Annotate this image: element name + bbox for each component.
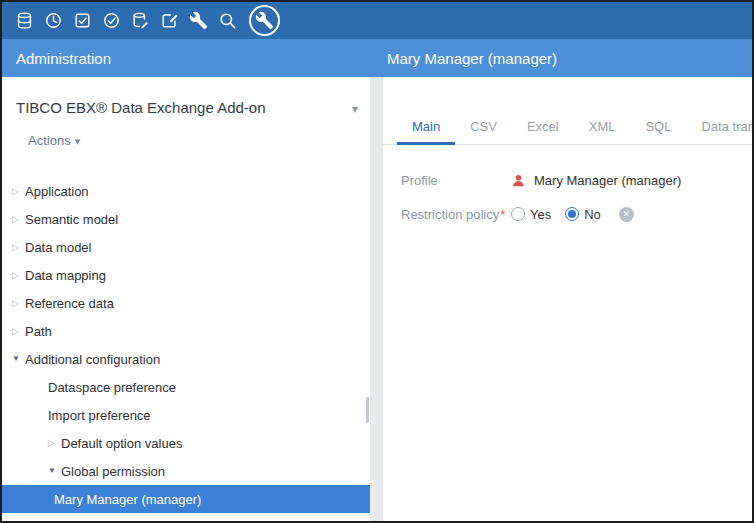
app-window: Administration Mary Manager (manager) TI… — [0, 0, 754, 523]
profile-row: Profile Mary Manager (manager) — [401, 167, 734, 193]
caret-collapsed-icon[interactable]: ▷ — [12, 299, 25, 308]
tree-item-reference-data[interactable]: ▷Reference data — [2, 289, 370, 317]
profile-value-group: Mary Manager (manager) — [511, 173, 681, 188]
tree-item-label: Dataspace preference — [48, 380, 176, 395]
tab-bar: MainCSVExcelXMLSQLData transfer — [383, 110, 752, 145]
tree-item-label: Additional configuration — [25, 352, 160, 367]
tab-data-transfer[interactable]: Data transfer — [686, 110, 754, 145]
left-panel: TIBCO EBX® Data Exchange Add-on Actions … — [2, 77, 370, 521]
administration-icon[interactable] — [249, 5, 280, 36]
restriction-policy-row: Restriction policy* YesNo — [401, 201, 734, 227]
actions-row: Actions — [2, 133, 370, 151]
chevron-down-icon — [71, 133, 81, 148]
panel-divider — [370, 77, 383, 521]
tree-item-import-preference[interactable]: Import preference — [2, 401, 370, 429]
actions-label: Actions — [28, 133, 71, 148]
caret-expanded-icon[interactable]: ▼ — [12, 355, 25, 363]
header-bar: Administration Mary Manager (manager) — [2, 39, 752, 77]
left-pane-title: Administration — [2, 50, 382, 67]
chevron-down-icon[interactable] — [352, 101, 358, 116]
data-models-icon[interactable] — [10, 6, 39, 35]
caret-collapsed-icon[interactable]: ▷ — [12, 215, 25, 224]
radio-yes[interactable]: Yes — [511, 207, 551, 222]
task-scheduler-icon[interactable] — [97, 6, 126, 35]
navigation-tree: ▷Application▷Semantic model▷Data model▷D… — [2, 177, 370, 513]
tree-item-label: Reference data — [25, 296, 114, 311]
tree-item-label: Application — [25, 184, 89, 199]
required-marker: * — [500, 207, 505, 222]
restriction-policy-label: Restriction policy* — [401, 207, 511, 222]
tree-item-additional-configuration[interactable]: ▼Additional configuration — [2, 345, 370, 373]
radio-label: Yes — [530, 207, 551, 222]
tab-xml[interactable]: XML — [574, 110, 631, 145]
tree-item-data-model[interactable]: ▷Data model — [2, 233, 370, 261]
tab-sql[interactable]: SQL — [630, 110, 686, 145]
tree-item-label: Data mapping — [25, 268, 106, 283]
tree-item-label: Path — [25, 324, 52, 339]
content-area: TIBCO EBX® Data Exchange Add-on Actions … — [2, 77, 752, 521]
tree-item-label: Data model — [25, 240, 91, 255]
tree-item-label: Semantic model — [25, 212, 118, 227]
radio-no[interactable]: No — [565, 207, 601, 222]
tree-item-data-mapping[interactable]: ▷Data mapping — [2, 261, 370, 289]
top-toolbar — [2, 2, 752, 39]
right-panel: MainCSVExcelXMLSQLData transfer Profile … — [383, 77, 752, 521]
tree-item-default-option-values[interactable]: ▷Default option values — [2, 429, 370, 457]
workflow-icon[interactable] — [155, 6, 184, 35]
validation-icon[interactable] — [68, 6, 97, 35]
dataspaces-icon[interactable] — [126, 6, 155, 35]
right-pane-title: Mary Manager (manager) — [382, 50, 752, 67]
caret-expanded-icon[interactable]: ▼ — [48, 467, 61, 475]
tree-item-dataspace-preference[interactable]: Dataspace preference — [2, 373, 370, 401]
radio-yes-circle-icon[interactable] — [511, 207, 525, 221]
tab-main[interactable]: Main — [397, 110, 455, 145]
addon-title: TIBCO EBX® Data Exchange Add-on — [16, 97, 352, 119]
search-icon[interactable] — [213, 6, 242, 35]
caret-collapsed-icon[interactable]: ▷ — [12, 271, 25, 280]
tree-item-label: Global permission — [61, 464, 165, 479]
restriction-policy-radios: YesNo — [511, 207, 634, 222]
tree-item-label: Import preference — [48, 408, 151, 423]
tree-item-global-permission[interactable]: ▼Global permission — [2, 457, 370, 485]
actions-menu-button[interactable]: Actions — [28, 133, 80, 148]
tree-item-label: Default option values — [61, 436, 182, 451]
caret-collapsed-icon[interactable]: ▷ — [12, 243, 25, 252]
restriction-policy-label-text: Restriction policy — [401, 207, 499, 222]
caret-collapsed-icon[interactable]: ▷ — [12, 187, 25, 196]
caret-collapsed-icon[interactable]: ▷ — [12, 327, 25, 336]
history-icon[interactable] — [39, 6, 68, 35]
clear-selection-icon[interactable] — [619, 207, 634, 222]
tab-excel[interactable]: Excel — [512, 110, 574, 145]
profile-label: Profile — [401, 173, 511, 188]
tree-item-label: Mary Manager (manager) — [54, 492, 201, 507]
tree-item-mary-manager-manager[interactable]: Mary Manager (manager) — [2, 485, 370, 513]
caret-collapsed-icon[interactable]: ▷ — [48, 439, 61, 448]
tree-item-path[interactable]: ▷Path — [2, 317, 370, 345]
radio-no-circle-icon[interactable] — [565, 207, 579, 221]
tree-item-semantic-model[interactable]: ▷Semantic model — [2, 205, 370, 233]
tools-icon[interactable] — [184, 6, 213, 35]
profile-user-icon — [511, 173, 526, 188]
addon-selector[interactable]: TIBCO EBX® Data Exchange Add-on — [2, 77, 370, 119]
record-form: Profile Mary Manager (manager) Restricti… — [383, 145, 752, 227]
tree-item-application[interactable]: ▷Application — [2, 177, 370, 205]
tab-csv[interactable]: CSV — [455, 110, 512, 145]
radio-label: No — [584, 207, 601, 222]
left-panel-scrollbar[interactable] — [366, 397, 369, 423]
profile-value: Mary Manager (manager) — [534, 173, 681, 188]
